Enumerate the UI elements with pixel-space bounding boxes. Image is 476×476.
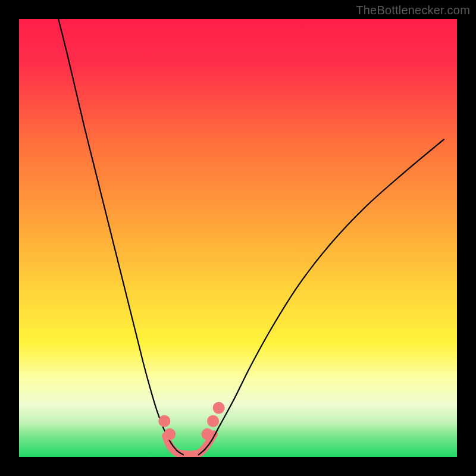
plot-area bbox=[19, 19, 457, 457]
series-left-curve bbox=[58, 19, 183, 455]
marker-valley-dots-4 bbox=[213, 402, 225, 414]
marker-valley-dots-0 bbox=[158, 415, 170, 427]
curves-layer bbox=[19, 19, 457, 457]
series-right-curve bbox=[199, 139, 444, 455]
marker-valley-dots-3 bbox=[207, 415, 219, 427]
stage: TheBottlenecker.com bbox=[0, 0, 476, 476]
marker-valley-dots-1 bbox=[164, 428, 176, 440]
watermark-text: TheBottlenecker.com bbox=[356, 4, 470, 17]
marker-valley-dots-2 bbox=[201, 428, 213, 440]
